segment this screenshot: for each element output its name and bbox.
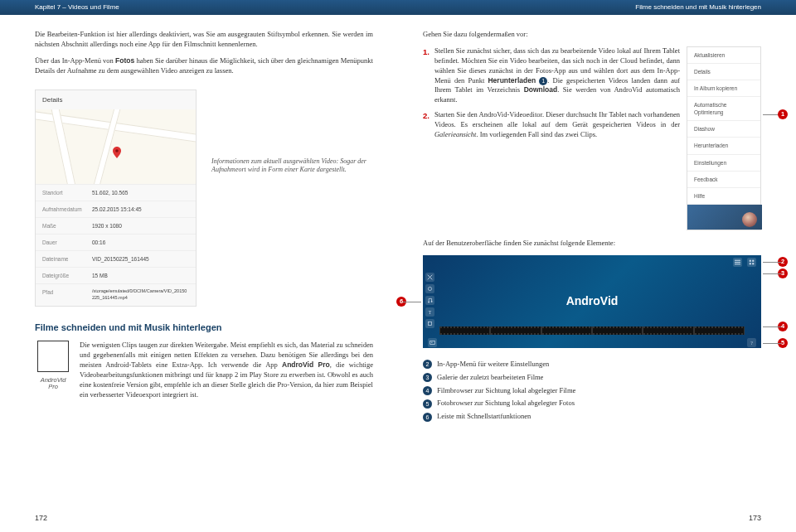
legend-item: 2In-App-Menü für weitere Einstellungen — [423, 360, 761, 370]
menu-item[interactable]: Details — [687, 64, 760, 80]
menu-item[interactable]: In Album kopieren — [687, 80, 760, 97]
paragraph: Über das In-App-Menü von Fotos haben Sie… — [35, 56, 373, 76]
cut-icon[interactable] — [425, 273, 434, 282]
callout-badge-1: 1 — [778, 109, 788, 119]
in-app-menu: Aktualisieren Details In Album kopieren … — [687, 46, 761, 230]
androvid-figure: T AndroVid ? 2 3 4 5 6 — [423, 255, 761, 348]
androvid-sidebar: T — [423, 270, 436, 333]
menu-item[interactable]: Aktualisieren — [687, 47, 760, 64]
photo-browser-icon[interactable] — [428, 338, 437, 347]
qr-code-icon — [37, 341, 69, 372]
section-title: Filme schneiden und mit Musik hinterlege… — [635, 2, 761, 12]
menu-item[interactable]: Hilfe — [687, 188, 760, 205]
qr-code-block: AndroVid Pro — [35, 341, 71, 390]
chapter-title: Kapitel 7 – Videos und Filme — [35, 2, 119, 12]
svg-rect-2 — [735, 262, 740, 263]
svg-rect-6 — [750, 263, 751, 264]
menu-item[interactable]: Diashow — [687, 121, 760, 138]
help-icon[interactable]: ? — [747, 338, 756, 347]
detail-row: Dauer00:16 — [36, 234, 196, 250]
details-heading: Details — [36, 90, 196, 109]
step-1: 1. Stellen Sie zunächst sicher, dass sic… — [423, 46, 680, 105]
legend-item: 6Leiste mit Schnellstartfunktionen — [423, 412, 761, 422]
book-spread: Kapitel 7 – Videos und Filme Die Bearbei… — [0, 0, 796, 532]
svg-point-0 — [115, 149, 119, 152]
svg-text:?: ? — [750, 340, 753, 345]
svg-rect-1 — [735, 259, 740, 260]
header-left: Kapitel 7 – Videos und Filme — [0, 0, 398, 15]
gallery-icon[interactable] — [747, 258, 756, 267]
legend-item: 5Fotobrowser zur Sichtung lokal abgelegt… — [423, 399, 761, 409]
detail-row: Maße1920 x 1080 — [36, 217, 196, 234]
detail-row: Standort51.602, 10.565 — [36, 184, 196, 201]
svg-point-8 — [428, 287, 431, 290]
detail-row: Pfad/storage/emulated/0/DCIM/Camera/VID_… — [36, 283, 196, 305]
callout-ref-1: 1 — [539, 77, 547, 85]
menu-item[interactable]: Einstellungen — [687, 155, 760, 172]
svg-point-14 — [431, 341, 432, 342]
legend-item: 3Galerie der zuletzt bearbeiteten Filme — [423, 373, 761, 383]
page-right: Filme schneiden und mit Musik hinterlege… — [398, 0, 796, 532]
menu-icon[interactable] — [733, 258, 742, 267]
page-number: 173 — [749, 513, 761, 524]
svg-rect-5 — [752, 259, 754, 261]
detail-row: Aufnahmedatum25.02.2015 15:14:45 — [36, 201, 196, 217]
detail-row: Dateigröße15 MB — [36, 267, 196, 283]
menu-item[interactable]: Feedback — [687, 172, 760, 188]
grab-icon[interactable] — [425, 319, 434, 328]
paragraph: Die Bearbeiten-Funktion ist hier allerdi… — [35, 30, 373, 50]
androvid-topbar — [423, 255, 761, 268]
text-icon[interactable]: T — [425, 307, 434, 317]
music-icon[interactable] — [425, 296, 434, 305]
menu-item[interactable]: Automatische Optimierung — [687, 97, 760, 121]
figure-caption: Informationen zum aktuell ausgewählten V… — [211, 83, 373, 175]
svg-rect-7 — [752, 263, 754, 264]
effects-icon[interactable] — [425, 284, 434, 293]
svg-rect-3 — [735, 264, 740, 264]
film-strip[interactable] — [439, 326, 745, 335]
detail-row: DateinameVID_20150225_161445 — [36, 250, 196, 267]
paragraph: Auf der Benutzeroberfläche finden Sie zu… — [423, 239, 761, 249]
video-details-panel: Details Standort51.602, 10.565 Aufnahmed… — [35, 89, 197, 307]
location-map — [36, 109, 196, 184]
androvid-app-ui: T AndroVid ? — [423, 255, 761, 348]
legend-item: 4Filmbrowser zur Sichtung lokal abgelegt… — [423, 386, 761, 396]
section-heading: Filme schneiden und mit Musik hinterlege… — [35, 322, 373, 334]
details-and-caption: Details Standort51.602, 10.565 Aufnahmed… — [35, 83, 373, 307]
qr-caption: AndroVid Pro — [35, 377, 71, 391]
androvid-bottombar: ? — [423, 336, 761, 348]
map-pin-icon — [113, 147, 121, 155]
menu-item-herunterladen[interactable]: Herunterladen — [687, 138, 760, 154]
svg-point-10 — [431, 301, 433, 302]
header-right: Filme schneiden und mit Musik hinterlege… — [398, 0, 796, 15]
video-thumbnail — [687, 205, 762, 230]
intro-line: Gehen Sie dazu folgendermaßen vor: — [423, 30, 761, 40]
svg-rect-4 — [750, 259, 751, 261]
callout-legend: 2In-App-Menü für weitere Einstellungen 3… — [423, 360, 761, 422]
androvid-logo: AndroVid — [566, 293, 619, 310]
svg-point-9 — [428, 301, 430, 302]
page-number: 172 — [35, 513, 47, 524]
svg-rect-13 — [430, 341, 435, 344]
svg-text:T: T — [429, 309, 432, 314]
paragraph: Die wenigsten Clips taugen zur direkten … — [35, 341, 373, 399]
step-2: 2. Starten Sie den AndroVid-Videoeditor.… — [423, 110, 680, 140]
page-left: Kapitel 7 – Videos und Filme Die Bearbei… — [0, 0, 398, 532]
svg-rect-12 — [428, 322, 431, 325]
